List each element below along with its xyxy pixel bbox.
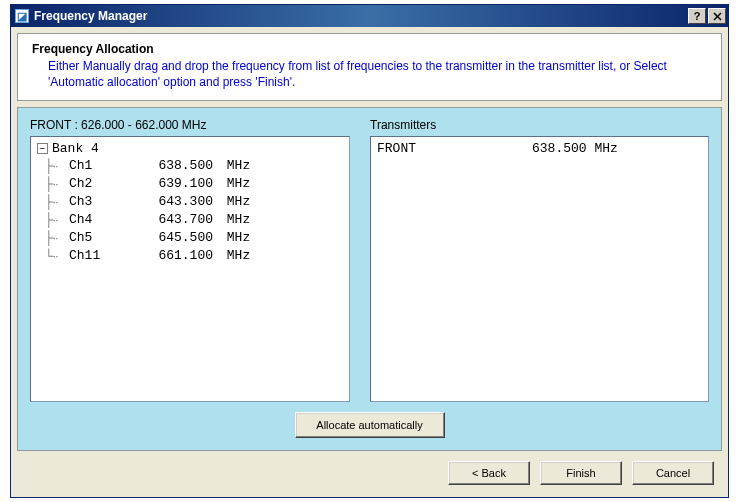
transmitter-name: FRONT [377,141,532,156]
channel-item[interactable]: ├··Ch5645.500 MHz [39,228,343,246]
tree-connector-icon: ├·· [39,176,69,191]
body-panel: FRONT : 626.000 - 662.000 MHz Transmitte… [17,107,722,451]
back-button[interactable]: < Back [448,461,530,485]
channel-item[interactable]: ├··Ch1638.500 MHz [39,156,343,174]
channel-item[interactable]: ├··Ch2639.100 MHz [39,174,343,192]
finish-button[interactable]: Finish [540,461,622,485]
channel-item[interactable]: ├··Ch3643.300 MHz [39,192,343,210]
close-button[interactable] [708,8,726,24]
header-panel: Frequency Allocation Either Manually dra… [17,33,722,101]
help-button[interactable]: ? [688,8,706,24]
channel-name: Ch3 [69,194,139,209]
transmitter-list[interactable]: FRONT638.500 MHz [370,136,709,402]
channel-frequency: 645.500 [139,230,219,245]
channel-unit: MHz [219,230,250,245]
channel-unit: MHz [219,212,250,227]
frequency-list[interactable]: − Bank 4 ├··Ch1638.500 MHz ├··Ch2639.100… [30,136,350,402]
tree-connector-icon: ├·· [39,212,69,227]
channel-frequency: 643.700 [139,212,219,227]
page-description: Either Manually drag and drop the freque… [32,58,707,90]
cancel-button[interactable]: Cancel [632,461,714,485]
channel-item[interactable]: ├··Ch4643.700 MHz [39,210,343,228]
channel-item[interactable]: └··Ch11661.100 MHz [39,246,343,264]
channel-name: Ch11 [69,248,139,263]
channel-frequency: 639.100 [139,176,219,191]
tree-connector-icon: ├·· [39,230,69,245]
channel-name: Ch1 [69,158,139,173]
allocate-automatically-button[interactable]: Allocate automatically [295,412,445,438]
collapse-icon[interactable]: − [37,143,48,154]
frequency-manager-window: ◪ Frequency Manager ? Frequency Allocati… [10,4,729,498]
close-icon [713,12,722,21]
bank-label: Bank 4 [52,141,99,156]
channel-unit: MHz [219,194,250,209]
transmitter-item[interactable]: FRONT638.500 MHz [377,141,702,156]
tree-connector-icon: ├·· [39,158,69,173]
window-title: Frequency Manager [34,9,686,23]
tree-connector-icon: ├·· [39,194,69,209]
client-area: Frequency Allocation Either Manually dra… [11,27,728,497]
channel-unit: MHz [219,158,250,173]
bank-node[interactable]: − Bank 4 [37,141,343,156]
channel-unit: MHz [219,176,250,191]
transmitters-label: Transmitters [370,118,436,132]
transmitter-frequency: 638.500 MHz [532,141,618,156]
wizard-footer: < Back Finish Cancel [17,457,722,491]
titlebar[interactable]: ◪ Frequency Manager ? [11,5,728,27]
channel-name: Ch4 [69,212,139,227]
frequency-list-label: FRONT : 626.000 - 662.000 MHz [30,118,350,132]
app-icon: ◪ [15,9,29,23]
channel-frequency: 661.100 [139,248,219,263]
channel-name: Ch5 [69,230,139,245]
page-title: Frequency Allocation [32,42,707,56]
channel-frequency: 643.300 [139,194,219,209]
tree-connector-icon: └·· [39,248,69,263]
channel-unit: MHz [219,248,250,263]
channel-frequency: 638.500 [139,158,219,173]
channel-name: Ch2 [69,176,139,191]
